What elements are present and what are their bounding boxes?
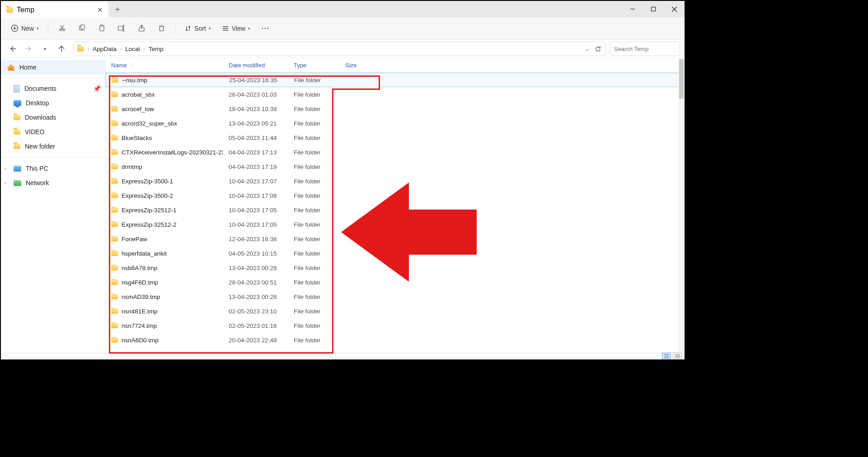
close-tab-button[interactable]: ✕: [97, 6, 103, 14]
divider: [175, 23, 175, 34]
file-type: File folder: [288, 265, 340, 271]
svg-rect-28: [10, 68, 12, 70]
sidebar-item[interactable]: Documents📌: [1, 81, 105, 96]
file-date: 13-04-2023 05:21: [223, 120, 288, 127]
file-type: File folder: [288, 221, 340, 228]
close-window-button[interactable]: [664, 1, 685, 17]
breadcrumb[interactable]: AppData: [93, 46, 117, 52]
sidebar-item-home[interactable]: Home: [1, 60, 105, 75]
table-row[interactable]: nsnA6D0.tmp20-04-2023 22:49File folder: [106, 333, 685, 347]
file-name: acrord32_super_sbx: [122, 120, 177, 127]
file-name: nsn481E.tmp: [122, 308, 158, 315]
table-row[interactable]: CTXReceiverInstallLogs-20230321-23415604…: [106, 145, 685, 159]
table-row[interactable]: acrobat_sbx26-04-2023 01:03File folder: [106, 87, 685, 102]
folder-icon: [14, 115, 20, 120]
address-bar[interactable]: › AppData › Local › Temp ⌄: [73, 42, 605, 56]
minimize-button[interactable]: [622, 1, 643, 17]
sidebar-item[interactable]: New folder: [1, 139, 105, 154]
column-headers: Name ˄ Date modified Type Size: [106, 58, 685, 73]
column-name[interactable]: Name ˄: [106, 58, 223, 72]
folder-icon: [111, 222, 118, 227]
annotation-arrow-left-icon: [341, 182, 477, 282]
up-button[interactable]: [54, 42, 69, 56]
folder-icon: [111, 92, 118, 97]
file-date: 02-05-2023 23:10: [223, 308, 288, 315]
details-view-button[interactable]: [662, 353, 671, 359]
table-row[interactable]: BlueStacks05-04-2023 11:44File folder: [106, 131, 685, 145]
sidebar-item-label: Downloads: [25, 114, 56, 121]
file-type: File folder: [288, 337, 340, 344]
sidebar-item[interactable]: Downloads: [1, 110, 105, 125]
back-button[interactable]: [5, 42, 20, 56]
search-input[interactable]: [614, 46, 685, 52]
new-button[interactable]: New ▾: [6, 20, 43, 37]
copy-button[interactable]: [73, 20, 91, 37]
scrollbar-thumb[interactable]: [679, 59, 684, 99]
network-icon: [14, 180, 21, 186]
recent-button[interactable]: ▾: [38, 42, 52, 56]
sidebar-item[interactable]: ›This PC: [1, 161, 105, 176]
table-row[interactable]: nsmAD39.tmp13-04-2023 00:28File folder: [106, 289, 685, 304]
file-type: File folder: [288, 308, 340, 315]
share-button[interactable]: [132, 20, 150, 37]
table-row[interactable]: drmtmp04-04-2023 17:19File folder: [106, 159, 685, 174]
chevron-down-icon: ▾: [209, 26, 211, 31]
sidebar-item-label: Network: [26, 179, 49, 187]
vertical-scrollbar[interactable]: [678, 58, 685, 352]
maximize-button[interactable]: [643, 1, 664, 17]
document-icon: [14, 85, 20, 93]
svg-rect-12: [81, 25, 84, 29]
arrow-left-icon: [9, 45, 16, 52]
folder-icon: [111, 149, 118, 155]
chevron-right-icon: ›: [5, 166, 6, 171]
folder-icon: [111, 236, 118, 242]
more-button[interactable]: ···: [257, 20, 275, 37]
sidebar: Home Documents📌DesktopDownloadsVIDEONew …: [1, 58, 106, 352]
folder-icon: [111, 178, 118, 184]
folder-icon: [111, 337, 118, 343]
file-date: 04-04-2023 17:19: [223, 163, 288, 170]
file-name: acrocef_low: [122, 106, 154, 112]
thumbnails-view-button[interactable]: [673, 353, 682, 359]
file-type: File folder: [288, 91, 340, 98]
share-icon: [138, 24, 145, 32]
rename-button[interactable]: [113, 20, 131, 37]
folder-icon: [111, 193, 118, 198]
paste-button[interactable]: [93, 20, 111, 37]
file-name: ~nsu.tmp: [122, 77, 147, 84]
refresh-icon[interactable]: [595, 46, 601, 52]
sidebar-item[interactable]: ›Network: [1, 176, 105, 190]
column-size[interactable]: Size: [340, 58, 385, 72]
chevron-right-icon: ›: [5, 181, 6, 186]
cut-button[interactable]: [53, 20, 71, 37]
sidebar-item[interactable]: VIDEO: [1, 125, 105, 139]
table-row[interactable]: ~nsu.tmp25-04-2023 16:35File folder: [106, 73, 685, 87]
search-box[interactable]: [610, 42, 680, 56]
breadcrumb[interactable]: Temp: [149, 46, 164, 52]
table-row[interactable]: nsn481E.tmp02-05-2023 23:10File folder: [106, 304, 685, 318]
folder-icon: [111, 280, 118, 285]
folder-icon: [111, 251, 118, 256]
breadcrumb[interactable]: Local: [125, 46, 140, 52]
svg-rect-14: [101, 25, 103, 26]
forward-button[interactable]: [22, 42, 36, 56]
pin-icon: 📌: [93, 85, 101, 92]
new-tab-button[interactable]: ＋: [108, 1, 127, 17]
file-type: File folder: [288, 279, 340, 286]
delete-button[interactable]: [152, 20, 170, 37]
folder-icon: [111, 135, 118, 140]
divider: [1, 77, 105, 78]
ellipsis-icon: ···: [262, 25, 270, 32]
sort-button[interactable]: Sort ▾: [180, 20, 216, 37]
window-tab[interactable]: Temp ✕: [1, 2, 108, 18]
column-type[interactable]: Type: [288, 58, 340, 72]
chevron-down-icon[interactable]: ⌄: [585, 46, 589, 52]
file-date: 10-04-2023 17:05: [223, 207, 288, 214]
table-row[interactable]: nsn7724.tmp02-05-2023 01:16File folder: [106, 318, 685, 333]
view-button[interactable]: View ▾: [217, 20, 255, 37]
column-date[interactable]: Date modified: [223, 58, 288, 72]
table-row[interactable]: acrocef_low18-04-2023 10:39File folder: [106, 102, 685, 116]
sidebar-item[interactable]: Desktop: [1, 96, 105, 110]
table-row[interactable]: acrord32_super_sbx13-04-2023 05:21File f…: [106, 116, 685, 131]
file-type: File folder: [288, 294, 340, 300]
